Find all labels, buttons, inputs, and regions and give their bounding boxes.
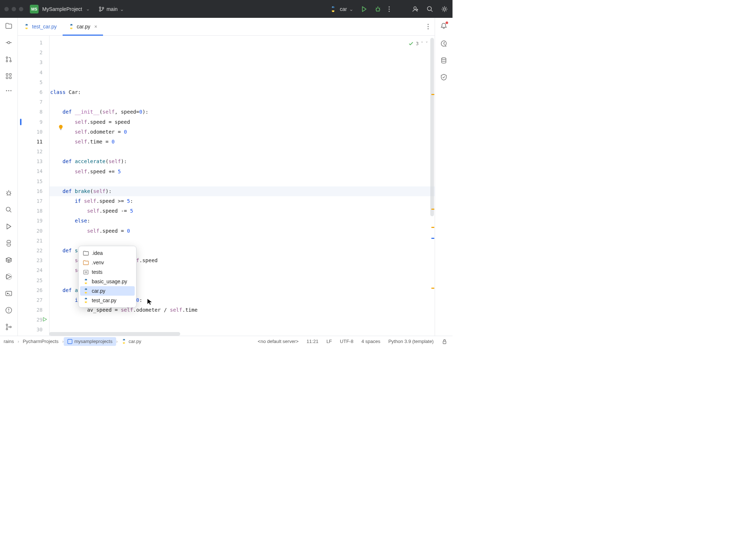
debug-tool-icon[interactable] — [5, 189, 12, 197]
run-config-selector[interactable]: car ⌄ — [330, 6, 353, 12]
line-number[interactable]: 2 — [18, 48, 43, 58]
popup-item-basic_usage-py[interactable]: basic_usage.py — [79, 277, 136, 286]
more-tools-icon[interactable] — [5, 89, 12, 92]
line-number[interactable]: 17 — [18, 196, 43, 206]
code-line[interactable] — [50, 177, 435, 186]
more-icon[interactable] — [388, 6, 390, 12]
line-number[interactable]: 6 — [18, 87, 43, 97]
python-packages-icon[interactable] — [5, 256, 12, 264]
line-number[interactable]: 8 — [18, 107, 43, 117]
line-number[interactable]: 29 — [18, 315, 43, 325]
commit-icon[interactable] — [5, 39, 12, 46]
file-encoding[interactable]: UTF-8 — [340, 339, 353, 344]
database-icon[interactable] — [440, 57, 447, 64]
breadcrumb-item[interactable]: rains — [0, 336, 17, 347]
line-number[interactable]: 19 — [18, 216, 43, 226]
line-number[interactable]: 30 — [18, 325, 43, 335]
chevron-down-icon[interactable]: ⌄ — [86, 6, 90, 12]
line-number[interactable]: 16 — [18, 186, 43, 196]
shield-icon[interactable] — [440, 74, 447, 81]
code-line[interactable]: def brake(self): — [50, 186, 435, 196]
popup-item-tests[interactable]: tests — [79, 267, 136, 277]
window-controls[interactable] — [4, 7, 23, 11]
line-number[interactable]: 21 — [18, 236, 43, 246]
line-number[interactable]: 13 — [18, 157, 43, 166]
code-line[interactable]: class Car: — [50, 87, 435, 97]
vcs-tool-icon[interactable] — [5, 323, 12, 331]
close-icon[interactable]: × — [94, 24, 97, 29]
code-line[interactable]: self.speed = 0 — [50, 226, 435, 236]
line-separator[interactable]: LF — [327, 339, 332, 344]
tabs-more-icon[interactable] — [422, 18, 435, 35]
line-number[interactable]: 22 — [18, 246, 43, 256]
popup-item-car-py[interactable]: car.py — [80, 286, 135, 296]
line-number[interactable]: 15 — [18, 177, 43, 186]
services-icon[interactable] — [5, 273, 12, 280]
debug-icon[interactable] — [375, 6, 381, 12]
code-line[interactable]: self.speed -= 5 — [50, 206, 435, 216]
terminal-icon[interactable] — [5, 290, 12, 297]
minimize-window-icon[interactable] — [12, 7, 16, 11]
code-line[interactable]: self.odometer = 0 — [50, 127, 435, 137]
intention-bulb-icon[interactable] — [58, 125, 64, 131]
code-line[interactable]: else: — [50, 216, 435, 226]
code-line[interactable] — [50, 147, 435, 157]
tab-car-py[interactable]: car.py× — [63, 18, 103, 35]
line-number[interactable]: 27 — [18, 295, 43, 305]
error-stripe[interactable] — [430, 36, 435, 336]
python-interpreter[interactable]: Python 3.9 (template) — [388, 339, 434, 344]
pull-request-icon[interactable] — [5, 56, 12, 63]
code-line[interactable]: self.time = 0 — [50, 137, 435, 147]
line-number[interactable]: 4 — [18, 68, 43, 78]
readonly-lock-icon[interactable] — [442, 339, 447, 344]
inspections-widget[interactable]: 3 ˄ ˅ — [408, 39, 428, 48]
line-number[interactable]: 14 — [18, 166, 43, 176]
structure-icon[interactable] — [5, 72, 12, 80]
line-number[interactable]: 11 — [18, 137, 43, 147]
problems-icon[interactable] — [5, 307, 12, 314]
project-icon[interactable] — [5, 22, 12, 29]
line-number[interactable]: 3 — [18, 58, 43, 67]
line-number[interactable]: 5 — [18, 78, 43, 87]
code-line[interactable]: if self.speed >= 5: — [50, 196, 435, 206]
horizontal-scrollbar[interactable] — [49, 332, 180, 336]
gear-icon[interactable] — [441, 5, 448, 13]
line-number[interactable]: 1 — [18, 38, 43, 48]
find-tool-icon[interactable] — [5, 206, 12, 213]
chevron-up-icon[interactable]: ˄ — [421, 39, 423, 48]
popup-item--idea[interactable]: .idea — [79, 248, 136, 258]
chevron-down-icon[interactable]: ˅ — [426, 39, 428, 48]
vcs-branch[interactable]: main ⌄ — [99, 6, 124, 12]
line-number[interactable]: 18 — [18, 206, 43, 216]
notifications-icon[interactable] — [440, 22, 447, 31]
line-number[interactable]: 24 — [18, 265, 43, 275]
line-number[interactable]: 23 — [18, 256, 43, 265]
popup-item-test_car-py[interactable]: test_car.py — [79, 296, 136, 305]
close-window-icon[interactable] — [4, 7, 9, 11]
code-line[interactable]: self.speed += 5 — [50, 167, 435, 177]
code-line[interactable]: def __init__(self, speed=0): — [50, 107, 435, 117]
breadcrumb-item[interactable]: mysampleprojects — [64, 337, 116, 346]
indent-info[interactable]: 4 spaces — [361, 339, 380, 344]
project-name[interactable]: MySampleProject — [42, 6, 82, 12]
line-number[interactable]: 28 — [18, 305, 43, 315]
run-tool-icon[interactable] — [5, 223, 12, 230]
breadcrumb-item[interactable]: PycharmProjects — [19, 336, 62, 347]
python-console-icon[interactable] — [5, 240, 12, 247]
gutter[interactable]: 1234567891011121314151617181920212223242… — [18, 36, 49, 336]
deployment-server[interactable]: <no default server> — [258, 339, 299, 344]
code-with-me-icon[interactable] — [412, 5, 419, 13]
cursor-position[interactable]: 11:21 — [307, 339, 319, 344]
line-number[interactable]: 26 — [18, 285, 43, 295]
code-line[interactable] — [50, 315, 435, 325]
popup-item--venv[interactable]: .venv — [79, 258, 136, 267]
run-gutter-icon[interactable] — [43, 315, 47, 325]
code-line[interactable] — [50, 236, 435, 246]
code-line[interactable]: self.speed = speed — [50, 117, 435, 127]
code-line[interactable]: def accelerate(self): — [50, 157, 435, 166]
line-number[interactable]: 20 — [18, 226, 43, 236]
line-number[interactable]: 9 — [18, 117, 43, 127]
navigation-bar[interactable]: rains›PycharmProjects›mysampleprojects›c… — [0, 336, 145, 347]
ai-assistant-icon[interactable] — [440, 40, 447, 47]
run-icon[interactable] — [361, 6, 367, 12]
